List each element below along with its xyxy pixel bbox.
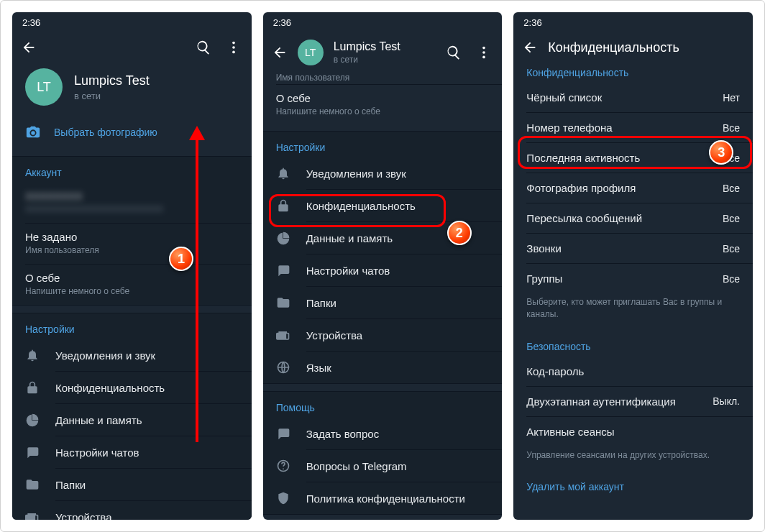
set-photo-label: Выбрать фотографию xyxy=(54,127,157,138)
settings-data[interactable]: Данные и память xyxy=(12,404,252,436)
globe-icon xyxy=(276,360,290,375)
bell-icon xyxy=(25,348,40,362)
help-ask[interactable]: Задать вопрос xyxy=(263,418,503,449)
about-value: О себе xyxy=(276,92,490,104)
settings-chat[interactable]: Настройки чатов xyxy=(12,436,252,468)
section-settings: Настройки xyxy=(263,132,503,157)
profile-name: Lumpics Test xyxy=(334,40,436,53)
privacy-note: Выберите, кто может приглашать Вас в гру… xyxy=(513,293,753,331)
shield-icon xyxy=(276,491,290,505)
chat-icon xyxy=(25,445,40,459)
svg-point-5 xyxy=(232,51,235,54)
app-bar xyxy=(12,32,252,63)
question-icon xyxy=(276,459,290,473)
settings-data[interactable]: Данные и память xyxy=(263,222,503,254)
devices-icon xyxy=(25,510,40,520)
privacy-blacklist[interactable]: Чёрный список Нет xyxy=(513,83,753,112)
status-bar: 2:36 xyxy=(513,12,753,32)
privacy-calls[interactable]: Звонки Все xyxy=(513,234,753,263)
clock: 2:36 xyxy=(273,17,291,28)
chat-icon xyxy=(276,426,290,441)
bell-icon xyxy=(276,166,290,180)
section-settings: Настройки xyxy=(12,313,252,339)
search-icon[interactable] xyxy=(446,45,462,60)
privacy-phone[interactable]: Номер телефона Все xyxy=(513,113,753,142)
set-photo-row[interactable]: Выбрать фотографию xyxy=(12,116,252,150)
svg-point-4 xyxy=(232,46,235,49)
profile-status: в сети xyxy=(74,91,150,101)
about-label: Напишите немного о себе xyxy=(25,286,239,296)
help-faq[interactable]: Вопросы о Telegram xyxy=(263,450,503,482)
username-label: Имя пользователя xyxy=(276,73,490,83)
status-bar: 2:36 xyxy=(12,12,252,32)
privacy-lastseen[interactable]: Последняя активность Все xyxy=(513,143,753,173)
back-icon[interactable] xyxy=(21,40,37,55)
security-twostep[interactable]: Двухэтапная аутентификация Выкл. xyxy=(513,387,753,416)
section-account: Аккаунт xyxy=(12,157,252,183)
profile-header: LT Lumpics Test в сети xyxy=(12,63,252,116)
svg-point-9 xyxy=(483,47,486,50)
profile-status: в сети xyxy=(334,55,436,65)
lock-icon xyxy=(276,198,290,213)
folder-icon xyxy=(25,477,40,492)
avatar[interactable]: LT xyxy=(25,68,63,106)
avatar[interactable]: LT xyxy=(298,40,324,65)
about-value: О себе xyxy=(25,272,239,284)
security-passcode[interactable]: Код-пароль xyxy=(513,357,753,386)
privacy-photo[interactable]: Фотография профиля Все xyxy=(513,173,753,203)
settings-privacy[interactable]: Конфиденциальность xyxy=(263,190,503,221)
help-policy[interactable]: Политика конфиденциальности xyxy=(263,482,503,514)
about-label: Напишите немного о себе xyxy=(276,106,490,116)
camera-icon xyxy=(25,124,41,140)
pie-icon xyxy=(25,413,40,427)
security-note: Управление сеансами на других устройства… xyxy=(513,446,753,472)
security-sessions[interactable]: Активные сеансы xyxy=(513,417,753,446)
settings-privacy[interactable]: Конфиденциальность xyxy=(12,372,252,403)
settings-notifications[interactable]: Уведомления и звук xyxy=(12,339,252,371)
settings-devices[interactable]: Устройства xyxy=(12,501,252,520)
about-row[interactable]: О себе Напишите немного о себе xyxy=(263,85,503,125)
settings-devices[interactable]: Устройства xyxy=(263,319,503,351)
svg-point-11 xyxy=(483,56,486,59)
svg-point-14 xyxy=(283,468,284,469)
status-bar: 2:36 xyxy=(263,12,503,32)
username-label: Имя пользователя xyxy=(25,245,239,255)
page-title: Конфиденциальность xyxy=(548,40,747,55)
username-value: Не задано xyxy=(25,231,239,243)
more-icon[interactable] xyxy=(226,40,242,55)
settings-folders[interactable]: Папки xyxy=(12,469,252,500)
privacy-forward[interactable]: Пересылка сообщений Все xyxy=(513,203,753,233)
pie-icon xyxy=(276,231,290,245)
section-help: Помощь xyxy=(263,392,503,418)
folder-icon xyxy=(276,295,290,310)
account-phone-row[interactable]: XXXXXXXX XXXXXXXXXXXXXXXXXXXXXXXX xyxy=(12,183,252,223)
username-row[interactable]: Не задано Имя пользователя xyxy=(12,224,252,264)
more-icon[interactable] xyxy=(476,45,492,60)
settings-chat[interactable]: Настройки чатов xyxy=(263,254,503,286)
search-icon[interactable] xyxy=(196,40,211,55)
profile-name: Lumpics Test xyxy=(74,73,150,88)
privacy-groups[interactable]: Группы Все xyxy=(513,264,753,293)
clock: 2:36 xyxy=(22,17,40,28)
settings-language[interactable]: Язык xyxy=(263,352,503,383)
lock-icon xyxy=(25,380,40,395)
chat-icon xyxy=(276,263,290,278)
svg-point-10 xyxy=(483,51,486,54)
svg-point-3 xyxy=(232,42,235,45)
settings-notifications[interactable]: Уведомления и звук xyxy=(263,157,503,189)
settings-folders[interactable]: Папки xyxy=(263,287,503,318)
clock: 2:36 xyxy=(523,17,541,28)
app-bar: LT Lumpics Test в сети xyxy=(263,32,503,70)
version-text: Telegram для Android v7.2.1 (2139) arm64… xyxy=(263,515,503,520)
about-row[interactable]: О себе Напишите немного о себе xyxy=(12,265,252,305)
back-icon[interactable] xyxy=(522,40,538,55)
delete-account[interactable]: Удалить мой аккаунт xyxy=(513,471,753,497)
app-bar: Конфиденциальность xyxy=(513,32,753,63)
back-icon[interactable] xyxy=(272,45,288,60)
section-security: Безопасность xyxy=(513,331,753,357)
devices-icon xyxy=(276,328,290,342)
section-privacy: Конфиденциальность xyxy=(513,63,753,83)
